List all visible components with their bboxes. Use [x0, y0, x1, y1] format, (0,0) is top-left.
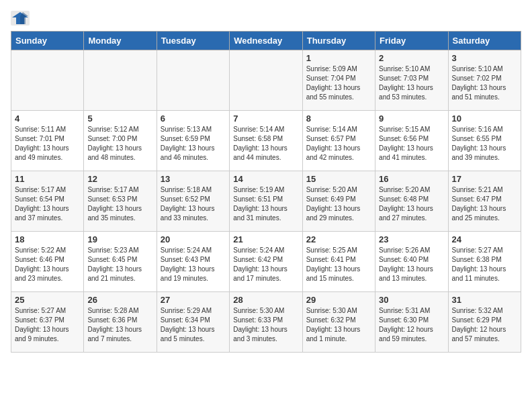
calendar-cell: 16Sunrise: 5:20 AM Sunset: 6:48 PM Dayli…	[375, 171, 448, 232]
day-header-saturday: Saturday	[448, 32, 521, 50]
day-number: 8	[306, 113, 371, 124]
calendar-cell: 25Sunrise: 5:27 AM Sunset: 6:37 PM Dayli…	[11, 292, 84, 353]
calendar-cell: 1Sunrise: 5:09 AM Sunset: 7:04 PM Daylig…	[302, 50, 375, 111]
calendar-cell	[230, 50, 302, 111]
day-number: 7	[233, 113, 298, 124]
day-number: 12	[87, 174, 152, 184]
calendar-cell: 9Sunrise: 5:15 AM Sunset: 6:56 PM Daylig…	[375, 111, 448, 171]
calendar-cell	[11, 50, 84, 111]
cell-info: Sunrise: 5:16 AM Sunset: 6:55 PM Dayligh…	[452, 125, 517, 163]
day-number: 22	[306, 234, 371, 244]
cell-info: Sunrise: 5:26 AM Sunset: 6:40 PM Dayligh…	[379, 246, 444, 283]
day-number: 13	[161, 174, 226, 184]
week-row-5: 25Sunrise: 5:27 AM Sunset: 6:37 PM Dayli…	[11, 292, 521, 353]
calendar-cell: 18Sunrise: 5:22 AM Sunset: 6:46 PM Dayli…	[11, 232, 84, 292]
calendar-cell: 7Sunrise: 5:14 AM Sunset: 6:58 PM Daylig…	[230, 111, 302, 171]
day-number: 10	[452, 113, 517, 124]
cell-info: Sunrise: 5:30 AM Sunset: 6:33 PM Dayligh…	[233, 306, 298, 344]
cell-info: Sunrise: 5:10 AM Sunset: 7:03 PM Dayligh…	[379, 64, 444, 102]
day-number: 30	[379, 295, 444, 305]
week-row-3: 11Sunrise: 5:17 AM Sunset: 6:54 PM Dayli…	[11, 171, 521, 232]
cell-info: Sunrise: 5:24 AM Sunset: 6:42 PM Dayligh…	[233, 246, 298, 283]
day-number: 17	[452, 174, 517, 184]
day-number: 16	[379, 174, 444, 184]
day-number: 19	[87, 234, 152, 244]
day-header-thursday: Thursday	[302, 32, 375, 50]
day-number: 2	[379, 53, 444, 63]
cell-info: Sunrise: 5:20 AM Sunset: 6:48 PM Dayligh…	[379, 185, 444, 223]
day-number: 21	[233, 234, 298, 244]
day-number: 31	[452, 295, 517, 305]
header	[11, 11, 521, 26]
day-number: 18	[15, 234, 80, 244]
day-number: 26	[87, 295, 152, 305]
day-number: 11	[15, 174, 80, 184]
cell-info: Sunrise: 5:20 AM Sunset: 6:49 PM Dayligh…	[306, 185, 371, 223]
cell-info: Sunrise: 5:31 AM Sunset: 6:30 PM Dayligh…	[379, 306, 444, 344]
calendar-cell: 6Sunrise: 5:13 AM Sunset: 6:59 PM Daylig…	[157, 111, 229, 171]
day-header-wednesday: Wednesday	[230, 32, 302, 50]
calendar-cell: 22Sunrise: 5:25 AM Sunset: 6:41 PM Dayli…	[302, 232, 375, 292]
day-number: 29	[306, 295, 371, 305]
cell-info: Sunrise: 5:22 AM Sunset: 6:46 PM Dayligh…	[15, 246, 80, 283]
cell-info: Sunrise: 5:32 AM Sunset: 6:29 PM Dayligh…	[452, 306, 517, 344]
calendar-cell: 11Sunrise: 5:17 AM Sunset: 6:54 PM Dayli…	[11, 171, 84, 232]
cell-info: Sunrise: 5:10 AM Sunset: 7:02 PM Dayligh…	[452, 64, 517, 102]
logo	[11, 11, 32, 26]
day-number: 23	[379, 234, 444, 244]
cell-info: Sunrise: 5:17 AM Sunset: 6:54 PM Dayligh…	[15, 185, 80, 223]
cell-info: Sunrise: 5:28 AM Sunset: 6:36 PM Dayligh…	[87, 306, 152, 344]
cell-info: Sunrise: 5:11 AM Sunset: 7:01 PM Dayligh…	[15, 125, 80, 163]
calendar-cell: 23Sunrise: 5:26 AM Sunset: 6:40 PM Dayli…	[375, 232, 448, 292]
cell-info: Sunrise: 5:23 AM Sunset: 6:45 PM Dayligh…	[87, 246, 152, 283]
day-number: 15	[306, 174, 371, 184]
cell-info: Sunrise: 5:25 AM Sunset: 6:41 PM Dayligh…	[306, 246, 371, 283]
calendar-cell: 26Sunrise: 5:28 AM Sunset: 6:36 PM Dayli…	[84, 292, 157, 353]
cell-info: Sunrise: 5:27 AM Sunset: 6:37 PM Dayligh…	[15, 306, 80, 344]
day-number: 4	[15, 113, 80, 124]
cell-info: Sunrise: 5:12 AM Sunset: 7:00 PM Dayligh…	[87, 125, 152, 163]
calendar-cell: 3Sunrise: 5:10 AM Sunset: 7:02 PM Daylig…	[448, 50, 521, 111]
day-header-sunday: Sunday	[11, 32, 84, 50]
calendar-cell: 28Sunrise: 5:30 AM Sunset: 6:33 PM Dayli…	[230, 292, 302, 353]
day-number: 6	[161, 113, 226, 124]
logo-icon	[11, 11, 30, 26]
day-header-tuesday: Tuesday	[157, 32, 229, 50]
calendar-cell: 24Sunrise: 5:27 AM Sunset: 6:38 PM Dayli…	[448, 232, 521, 292]
calendar-cell: 19Sunrise: 5:23 AM Sunset: 6:45 PM Dayli…	[84, 232, 157, 292]
day-header-monday: Monday	[84, 32, 157, 50]
day-number: 1	[306, 53, 371, 63]
day-number: 27	[161, 295, 226, 305]
week-row-1: 1Sunrise: 5:09 AM Sunset: 7:04 PM Daylig…	[11, 50, 521, 111]
day-number: 9	[379, 113, 444, 124]
day-number: 25	[15, 295, 80, 305]
day-number: 14	[233, 174, 298, 184]
calendar-cell: 31Sunrise: 5:32 AM Sunset: 6:29 PM Dayli…	[448, 292, 521, 353]
calendar-cell: 30Sunrise: 5:31 AM Sunset: 6:30 PM Dayli…	[375, 292, 448, 353]
calendar-cell: 4Sunrise: 5:11 AM Sunset: 7:01 PM Daylig…	[11, 111, 84, 171]
week-row-2: 4Sunrise: 5:11 AM Sunset: 7:01 PM Daylig…	[11, 111, 521, 171]
cell-info: Sunrise: 5:17 AM Sunset: 6:53 PM Dayligh…	[87, 185, 152, 223]
day-number: 24	[452, 234, 517, 244]
calendar-cell: 2Sunrise: 5:10 AM Sunset: 7:03 PM Daylig…	[375, 50, 448, 111]
calendar-cell: 14Sunrise: 5:19 AM Sunset: 6:51 PM Dayli…	[230, 171, 302, 232]
calendar-cell	[157, 50, 229, 111]
calendar-cell: 29Sunrise: 5:30 AM Sunset: 6:32 PM Dayli…	[302, 292, 375, 353]
cell-info: Sunrise: 5:09 AM Sunset: 7:04 PM Dayligh…	[306, 64, 371, 102]
header-row: SundayMondayTuesdayWednesdayThursdayFrid…	[11, 32, 521, 50]
calendar-cell: 8Sunrise: 5:14 AM Sunset: 6:57 PM Daylig…	[302, 111, 375, 171]
calendar-cell: 27Sunrise: 5:29 AM Sunset: 6:34 PM Dayli…	[157, 292, 229, 353]
calendar-table: SundayMondayTuesdayWednesdayThursdayFrid…	[11, 31, 521, 353]
cell-info: Sunrise: 5:18 AM Sunset: 6:52 PM Dayligh…	[161, 185, 226, 223]
day-number: 28	[233, 295, 298, 305]
calendar-cell: 15Sunrise: 5:20 AM Sunset: 6:49 PM Dayli…	[302, 171, 375, 232]
calendar-cell: 10Sunrise: 5:16 AM Sunset: 6:55 PM Dayli…	[448, 111, 521, 171]
cell-info: Sunrise: 5:15 AM Sunset: 6:56 PM Dayligh…	[379, 125, 444, 163]
week-row-4: 18Sunrise: 5:22 AM Sunset: 6:46 PM Dayli…	[11, 232, 521, 292]
day-header-friday: Friday	[375, 32, 448, 50]
cell-info: Sunrise: 5:21 AM Sunset: 6:47 PM Dayligh…	[452, 185, 517, 223]
day-number: 5	[87, 113, 152, 124]
calendar-cell: 13Sunrise: 5:18 AM Sunset: 6:52 PM Dayli…	[157, 171, 229, 232]
calendar-cell: 20Sunrise: 5:24 AM Sunset: 6:43 PM Dayli…	[157, 232, 229, 292]
cell-info: Sunrise: 5:24 AM Sunset: 6:43 PM Dayligh…	[161, 246, 226, 283]
